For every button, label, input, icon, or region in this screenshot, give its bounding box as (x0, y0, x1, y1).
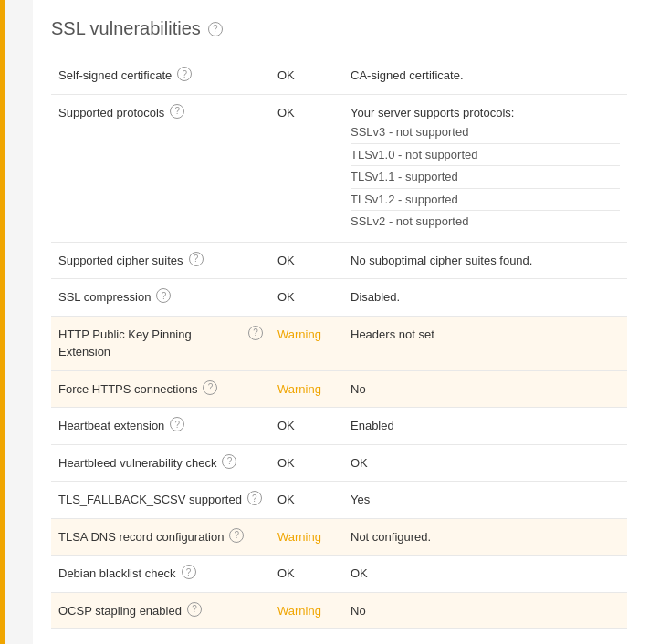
section-info-icon[interactable]: ? (208, 22, 223, 36)
row-name-cell: Heartbeat extension ? (51, 408, 270, 445)
table-row: Supported protocols ? OKYour server supp… (51, 94, 627, 242)
row-info-icon[interactable]: ? (187, 602, 202, 617)
row-info-icon[interactable]: ? (248, 326, 263, 340)
row-label: Force HTTPS connections (58, 380, 197, 399)
row-detail: Yes (343, 482, 627, 519)
table-row: Heartbleed vulnerability check ? OKOK (51, 444, 627, 482)
row-status: OK (270, 482, 343, 519)
row-status: OK (270, 94, 343, 242)
row-name-cell: TLS_FALLBACK_SCSV supported ? (51, 482, 270, 519)
row-info-icon[interactable]: ? (170, 417, 184, 431)
row-status: OK (270, 279, 343, 317)
row-info-icon[interactable]: ? (189, 252, 204, 266)
table-row: OCSP stapling enabled ? WarningNo (51, 592, 627, 629)
row-name-cell: SSL compression ? (51, 279, 270, 317)
row-label: Supported cipher suites (58, 252, 183, 270)
sidebar (0, 0, 33, 644)
vulnerabilities-table: Self-signed certificate ? OKCA-signed ce… (51, 57, 627, 629)
row-info-icon[interactable]: ? (177, 67, 192, 81)
row-name-cell: Force HTTPS connections ? (51, 370, 270, 408)
row-status: Warning (270, 316, 343, 370)
row-name-cell: Self-signed certificate ? (51, 57, 270, 94)
row-label: OCSP stapling enabled (58, 602, 182, 620)
row-name-cell: Supported protocols ? (51, 94, 270, 242)
row-label: Heartbleed vulnerability check (58, 454, 216, 473)
row-info-icon[interactable]: ? (203, 380, 217, 395)
protocol-item: TLSv1.0 - not supported (351, 144, 620, 167)
protocol-item: TLSv1.1 - supported (351, 166, 620, 189)
row-detail: OK (343, 444, 627, 482)
row-status: OK (270, 556, 343, 593)
row-info-icon[interactable]: ? (156, 288, 171, 303)
row-name-cell: Supported cipher suites ? (51, 242, 270, 279)
row-name-cell: Heartbleed vulnerability check ? (51, 444, 270, 482)
row-detail: Not configured. (343, 518, 627, 556)
row-info-icon[interactable]: ? (170, 104, 184, 119)
section-title: SSL vulnerabilities ? (51, 18, 627, 39)
row-status: OK (270, 57, 343, 94)
row-status: Warning (270, 370, 343, 408)
row-status: Warning (270, 518, 343, 556)
row-info-icon[interactable]: ? (222, 454, 236, 469)
row-detail: CA-signed certificate. (343, 57, 627, 94)
row-status: OK (270, 444, 343, 482)
row-detail: No (343, 370, 627, 408)
table-row: SSL compression ? OKDisabled. (51, 279, 627, 317)
main-content: SSL vulnerabilities ? Self-signed certif… (33, 0, 649, 644)
row-label: Heartbeat extension (58, 417, 164, 435)
section-title-text: SSL vulnerabilities (51, 18, 201, 39)
table-row: Self-signed certificate ? OKCA-signed ce… (51, 57, 627, 94)
row-name-cell: Debian blacklist check ? (51, 556, 270, 593)
page: SSL vulnerabilities ? Self-signed certif… (0, 0, 649, 644)
table-row: Heartbeat extension ? OKEnabled (51, 408, 627, 445)
table-row: HTTP Public Key Pinning Extension ? Warn… (51, 316, 627, 370)
row-label: Supported protocols (58, 104, 164, 122)
row-detail: No (343, 592, 627, 629)
row-label: TLS_FALLBACK_SCSV supported (58, 491, 242, 509)
row-detail: OK (343, 556, 627, 593)
protocol-item: SSLv3 - not supported (351, 121, 620, 144)
table-row: Debian blacklist check ? OKOK (51, 556, 627, 593)
protocol-item: TLSv1.2 - supported (351, 189, 620, 212)
row-detail: No suboptimal cipher suites found. (343, 242, 627, 279)
row-label: TLSA DNS record configuration (58, 528, 224, 546)
table-row: Supported cipher suites ? OKNo suboptima… (51, 242, 627, 279)
row-label: Self-signed certificate (58, 67, 172, 85)
row-status: OK (270, 242, 343, 279)
row-detail: Enabled (343, 408, 627, 445)
protocol-item: SSLv2 - not supported (351, 211, 620, 233)
row-name-cell: HTTP Public Key Pinning Extension ? (51, 316, 270, 370)
row-label: SSL compression (58, 288, 151, 306)
row-status: OK (270, 408, 343, 445)
table-row: TLS_FALLBACK_SCSV supported ? OKYes (51, 482, 627, 519)
row-detail: Headers not set (343, 316, 627, 370)
row-label: Debian blacklist check (58, 565, 176, 583)
row-name-cell: OCSP stapling enabled ? (51, 592, 270, 629)
row-status: Warning (270, 592, 343, 629)
table-row: TLSA DNS record configuration ? WarningN… (51, 518, 627, 556)
row-detail: Your server supports protocols:SSLv3 - n… (343, 94, 627, 242)
protocol-intro: Your server supports protocols: (351, 106, 514, 119)
table-row: Force HTTPS connections ? WarningNo (51, 370, 627, 408)
row-info-icon[interactable]: ? (247, 491, 262, 505)
row-detail: Disabled. (343, 279, 627, 317)
row-info-icon[interactable]: ? (229, 528, 244, 543)
row-label: HTTP Public Key Pinning Extension (58, 326, 243, 361)
row-info-icon[interactable]: ? (182, 565, 196, 579)
row-name-cell: TLSA DNS record configuration ? (51, 518, 270, 556)
